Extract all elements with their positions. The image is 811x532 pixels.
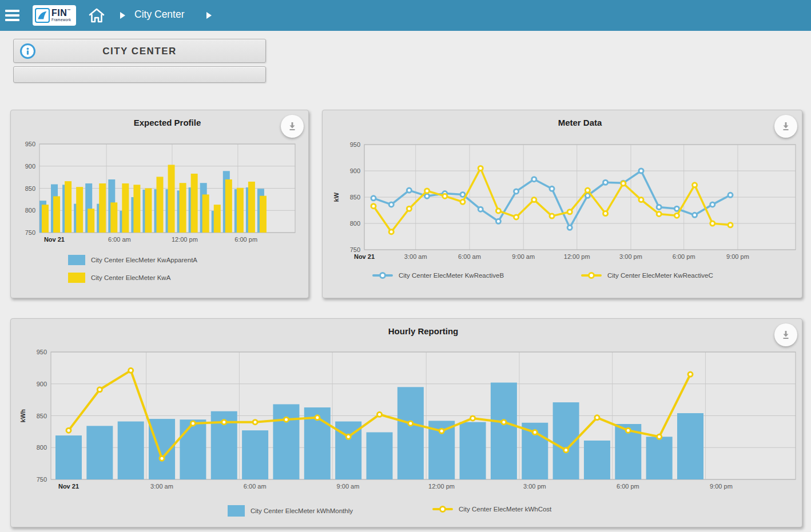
legend-label: City Center ElecMeter KwA (91, 274, 170, 281)
legend-label: City Center ElecMeter KwReactiveB (399, 272, 504, 279)
legend-line-marker-blue (372, 271, 393, 279)
chart-title: Expected Profile (39, 118, 295, 127)
hamburger-icon (5, 19, 19, 21)
svg-text:kWh: kWh (19, 409, 26, 423)
legend-line-marker-yellow (581, 271, 602, 279)
logo-subtext: Framework (51, 18, 71, 22)
meter-data-panel: Meter Data 750800850900950Nov 213:00 am6… (322, 110, 802, 298)
svg-text:6:00 am: 6:00 am (108, 236, 131, 243)
trademark-symbol: ™ (67, 9, 71, 12)
svg-text:750: 750 (37, 476, 47, 483)
home-icon (88, 7, 105, 23)
svg-text:850: 850 (350, 194, 360, 201)
svg-text:9:00 am: 9:00 am (512, 253, 535, 260)
svg-text:6:00 pm: 6:00 pm (234, 236, 257, 243)
svg-text:12:00 pm: 12:00 pm (564, 253, 590, 260)
svg-text:3:00 pm: 3:00 pm (619, 253, 642, 260)
expected-profile-chart: 750800850900950Nov 216:00 am12:00 pm6:00… (11, 133, 309, 250)
chart-title: Hourly Reporting (51, 326, 796, 336)
svg-text:3:00 am: 3:00 am (404, 253, 427, 260)
breadcrumb-item-city-center[interactable]: City Center (134, 9, 185, 21)
home-button[interactable] (88, 7, 105, 23)
subtitle-box (13, 66, 266, 83)
site-title-box: CITY CENTER (13, 39, 266, 63)
hourly-reporting-chart: 750800850900950Nov 213:00 am6:00 am9:00 … (11, 339, 803, 502)
svg-text:12:00 pm: 12:00 pm (172, 236, 198, 243)
legend-label: City Center ElecMeter kWhMonthly (251, 507, 353, 514)
hamburger-icon (5, 14, 19, 17)
legend-swatch-blue (68, 255, 85, 265)
svg-text:900: 900 (350, 167, 360, 174)
svg-text:800: 800 (25, 207, 35, 214)
legend-label: City Center ElecMeter KwApparentA (91, 257, 197, 263)
svg-text:3:00 pm: 3:00 pm (523, 483, 546, 490)
chevron-right-icon (206, 12, 212, 19)
svg-text:12:00 pm: 12:00 pm (428, 483, 455, 490)
legend-label: City Center ElecMeter KwReactiveC (607, 272, 713, 279)
svg-text:750: 750 (350, 246, 360, 253)
download-icon (781, 121, 791, 131)
legend-label: City Center ElecMeter kWhCost (459, 506, 551, 513)
legend-swatch-blue (228, 505, 245, 517)
svg-text:kW: kW (333, 192, 340, 202)
chart-title: Meter Data (364, 118, 796, 127)
svg-text:9:00 am: 9:00 am (337, 483, 360, 490)
svg-text:850: 850 (37, 413, 47, 419)
menu-button[interactable] (5, 10, 19, 23)
svg-text:9:00 pm: 9:00 pm (726, 253, 749, 260)
chevron-right-icon (120, 12, 125, 19)
legend-line-marker-yellow (432, 505, 453, 513)
svg-text:6:00 pm: 6:00 pm (673, 253, 695, 260)
legend-item: City Center ElecMeter KwA (68, 273, 197, 283)
svg-text:3:00 am: 3:00 am (150, 483, 173, 490)
hourly-reporting-panel: Hourly Reporting 750800850900950Nov 213:… (10, 318, 802, 527)
app-root: FIN™ Framework City Center CITY CENTER E… (0, 0, 811, 532)
svg-text:900: 900 (25, 163, 35, 170)
legend-item: City Center ElecMeter KwReactiveC (581, 271, 713, 279)
svg-text:6:00 am: 6:00 am (458, 253, 481, 260)
svg-text:800: 800 (37, 444, 47, 451)
svg-text:750: 750 (25, 229, 35, 236)
expected-profile-panel: Expected Profile 750800850900950Nov 216:… (10, 110, 309, 298)
legend-item: City Center ElecMeter kWhMonthly (228, 505, 353, 517)
svg-text:950: 950 (350, 141, 360, 148)
svg-text:6:00 am: 6:00 am (244, 483, 267, 490)
svg-text:Nov 21: Nov 21 (44, 236, 65, 243)
logo-text: FIN™ (51, 8, 71, 18)
page-title: CITY CENTER (14, 39, 265, 63)
fin-framework-logo[interactable]: FIN™ Framework (33, 5, 76, 26)
svg-text:6:00 pm: 6:00 pm (617, 483, 639, 490)
legend-item: City Center ElecMeter kWhCost (432, 505, 551, 513)
svg-text:900: 900 (37, 381, 47, 387)
svg-text:Nov 21: Nov 21 (58, 483, 79, 490)
chart-legend: City Center ElecMeter KwApparentA City C… (68, 255, 197, 283)
legend-item: City Center ElecMeter KwReactiveB (372, 271, 504, 279)
fin-logo-icon (35, 8, 50, 23)
svg-text:850: 850 (25, 185, 35, 192)
svg-text:800: 800 (350, 220, 360, 227)
svg-text:950: 950 (25, 141, 35, 147)
download-icon (287, 121, 297, 131)
svg-text:9:00 pm: 9:00 pm (710, 483, 733, 490)
legend-swatch-yellow (68, 273, 85, 283)
meter-data-chart: 750800850900950Nov 213:00 am6:00 am9:00 … (323, 133, 803, 270)
svg-text:Nov 21: Nov 21 (354, 253, 375, 260)
svg-text:950: 950 (37, 349, 47, 355)
hamburger-icon (5, 10, 19, 12)
top-navbar: FIN™ Framework City Center (0, 0, 811, 31)
legend-item: City Center ElecMeter KwApparentA (68, 255, 197, 265)
